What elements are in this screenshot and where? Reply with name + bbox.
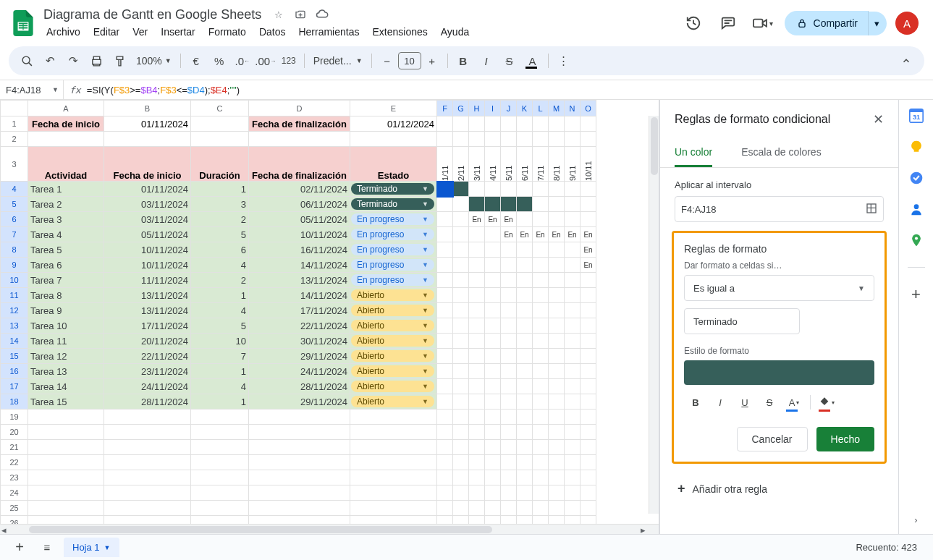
share-dropdown[interactable]: ▾ — [869, 12, 887, 35]
svg-text:31: 31 — [912, 114, 919, 121]
font-size-input[interactable]: 10 — [398, 52, 421, 69]
format-rules-title: Reglas de formato — [684, 243, 874, 255]
format-text-color-icon[interactable]: A▾ — [782, 391, 806, 414]
format-underline-icon[interactable]: U — [733, 391, 756, 414]
spreadsheet-grid[interactable]: ABCDEFGHIJKLMNO1Fecha de inicio01/11/202… — [0, 100, 596, 524]
strikethrough-icon[interactable]: S — [499, 51, 520, 71]
format-if-label: Dar formato a celdas si… — [684, 260, 874, 271]
tasks-icon[interactable] — [909, 171, 924, 187]
formula-input[interactable]: =SI(Y(F$3>=$B4;F$3<=$D4);$E4;"") — [87, 85, 240, 96]
share-label: Compartir — [814, 17, 858, 29]
font-size-increase[interactable]: + — [421, 51, 443, 71]
undo-icon[interactable]: ↶ — [39, 51, 61, 71]
currency-euro-icon[interactable]: € — [185, 51, 207, 71]
svg-rect-2 — [799, 22, 805, 27]
paint-format-icon[interactable] — [109, 51, 130, 71]
share-button[interactable]: Compartir — [785, 11, 869, 35]
format-strike-icon[interactable]: S — [758, 391, 781, 414]
add-rule-button[interactable]: + Añadir otra regla — [675, 472, 884, 505]
menu-ayuda[interactable]: Ayuda — [435, 23, 475, 41]
svg-point-3 — [22, 56, 30, 64]
name-box[interactable]: F4:AJ18▼ — [6, 80, 64, 99]
menu-bar: Archivo Editar Ver Insertar Formato Dato… — [41, 23, 680, 41]
all-sheets-icon[interactable]: ≡ — [36, 538, 58, 558]
menu-insertar[interactable]: Insertar — [155, 23, 200, 41]
tab-color-scale[interactable]: Escala de colores — [741, 139, 822, 167]
vertical-scrollbar[interactable] — [649, 116, 659, 514]
move-icon[interactable] — [293, 7, 308, 22]
menu-herramientas[interactable]: Herramientas — [292, 23, 365, 41]
condition-value-input[interactable]: Terminado — [684, 308, 800, 334]
document-title[interactable]: Diagrama de Gantt en Google Sheets — [41, 6, 264, 24]
more-toolbar-icon[interactable]: ⋮ — [553, 51, 575, 71]
meet-icon[interactable]: ▾ — [750, 10, 776, 36]
calendar-icon[interactable]: 31 — [909, 109, 924, 125]
format-bold-icon[interactable]: B — [684, 391, 707, 414]
selection-count[interactable]: Recuento: 423 — [848, 539, 924, 556]
account-avatar[interactable]: A — [895, 12, 919, 35]
menu-editar[interactable]: Editar — [88, 23, 126, 41]
menu-datos[interactable]: Datos — [253, 23, 292, 41]
keep-icon[interactable] — [909, 140, 924, 156]
side-rail: 31 + › — [898, 100, 933, 534]
style-label: Estilo de formato — [684, 346, 874, 356]
format-fill-color-icon[interactable]: ▾ — [815, 391, 838, 414]
menu-archivo[interactable]: Archivo — [41, 23, 86, 41]
maps-icon[interactable] — [909, 233, 924, 250]
cancel-button[interactable]: Cancelar — [737, 427, 808, 451]
svg-point-9 — [913, 204, 919, 209]
menu-formato[interactable]: Formato — [203, 23, 252, 41]
more-formats-icon[interactable]: 123 — [278, 51, 300, 71]
font-size-decrease[interactable]: − — [376, 51, 398, 71]
hide-rail-icon[interactable]: › — [914, 514, 917, 525]
add-ons-icon[interactable]: + — [911, 285, 921, 304]
history-icon[interactable] — [680, 10, 706, 36]
star-icon[interactable]: ☆ — [271, 7, 286, 22]
conditional-format-panel: Reglas de formato condicional ✕ Un color… — [659, 100, 898, 534]
italic-icon[interactable]: I — [476, 51, 497, 71]
toolbar: ↶ ↷ 100% ▼ € % .0← .00→ 123 Predet... ▼ … — [9, 46, 924, 75]
format-italic-icon[interactable]: I — [709, 391, 732, 414]
print-icon[interactable] — [85, 51, 107, 71]
format-preview[interactable] — [684, 360, 874, 385]
horizontal-scrollbar[interactable]: ◂▸ — [0, 524, 659, 534]
apply-range-label: Aplicar al intervalo — [675, 179, 884, 190]
close-icon[interactable]: ✕ — [873, 111, 884, 127]
condition-select[interactable]: Es igual a▼ — [684, 275, 874, 301]
cloud-status-icon[interactable] — [315, 7, 329, 22]
done-button[interactable]: Hecho — [816, 427, 874, 451]
panel-title: Reglas de formato condicional — [675, 113, 830, 126]
fx-icon: fx — [69, 85, 81, 96]
font-family-select[interactable]: Predet... ▼ — [309, 55, 367, 67]
contacts-icon[interactable] — [909, 202, 924, 219]
collapse-toolbar-icon[interactable] — [895, 51, 917, 71]
sheet-tab[interactable]: Hoja 1▼ — [64, 538, 119, 557]
grid-select-icon[interactable] — [866, 203, 877, 216]
search-icon[interactable] — [16, 51, 38, 71]
bold-icon[interactable]: B — [452, 51, 474, 71]
svg-rect-1 — [753, 20, 763, 27]
comments-icon[interactable] — [715, 10, 741, 36]
menu-extensiones[interactable]: Extensiones — [366, 23, 433, 41]
sheets-logo[interactable] — [9, 9, 38, 38]
tab-single-color[interactable]: Un color — [675, 139, 712, 167]
percent-icon[interactable]: % — [208, 51, 230, 71]
add-sheet-icon[interactable]: + — [9, 538, 30, 558]
redo-icon[interactable]: ↷ — [62, 51, 84, 71]
range-input[interactable]: F4:AJ18 — [675, 196, 884, 222]
decrease-decimal-icon[interactable]: .0← — [232, 51, 253, 71]
menu-ver[interactable]: Ver — [127, 23, 153, 41]
svg-point-10 — [914, 237, 917, 239]
zoom-select[interactable]: 100% ▼ — [132, 55, 176, 67]
increase-decimal-icon[interactable]: .00→ — [255, 51, 276, 71]
text-color-icon[interactable]: A — [522, 51, 544, 71]
